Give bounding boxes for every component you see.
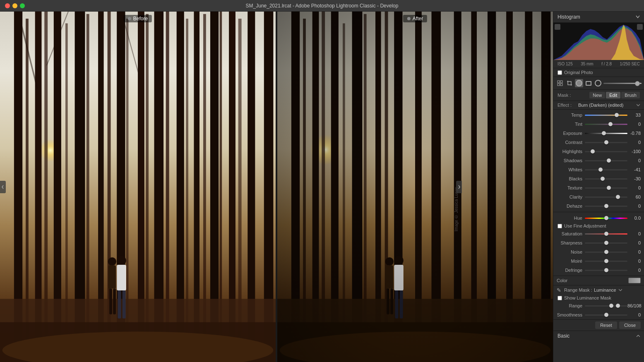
original-photo-checkbox[interactable] — [557, 70, 562, 75]
show-luminance-label: Show Luminance Mask — [564, 295, 611, 300]
histogram-shadow-clipping[interactable] — [555, 24, 560, 30]
show-luminance-checkbox[interactable] — [557, 296, 562, 300]
contrast-track-container[interactable] — [585, 139, 627, 145]
tint-slider-row: Tint 0 — [553, 120, 644, 129]
show-luminance-mask-row: Show Luminance Mask — [553, 295, 644, 301]
clarity-track-container[interactable] — [585, 194, 627, 200]
smoothness-track-container[interactable] — [585, 312, 627, 318]
range-mask-value[interactable]: Luminance — [594, 288, 616, 292]
exposure-track-container[interactable] — [585, 130, 627, 136]
moire-track-container[interactable] — [585, 258, 627, 264]
exposure-thumb[interactable] — [602, 131, 606, 135]
texture-thumb[interactable] — [607, 186, 611, 190]
exposure-slider-row: Exposure -0.78 — [553, 129, 644, 138]
reset-button[interactable]: Reset — [595, 321, 617, 329]
fine-adjustment-checkbox[interactable] — [557, 224, 562, 228]
adjustment-tool-icon[interactable] — [603, 79, 642, 87]
noise-thumb[interactable] — [604, 250, 608, 254]
sharpness-track-container[interactable] — [585, 240, 627, 246]
clarity-thumb[interactable] — [616, 195, 620, 199]
moire-slider-row: Moiré 0 — [553, 257, 644, 266]
range-thumb-left[interactable] — [609, 304, 613, 308]
maximize-button[interactable] — [20, 3, 25, 8]
minimize-button[interactable] — [12, 3, 17, 8]
contrast-slider-row: Contrast 0 — [553, 138, 644, 147]
blacks-thumb[interactable] — [601, 177, 605, 181]
grid-tool-icon[interactable] — [556, 79, 564, 87]
svg-rect-38 — [123, 290, 126, 319]
highlights-value: -100 — [627, 149, 641, 154]
noise-track — [585, 252, 627, 253]
texture-track-container[interactable] — [585, 185, 627, 191]
eyedropper-icon[interactable]: ✎ — [557, 287, 562, 293]
blacks-track-container[interactable] — [585, 176, 627, 182]
highlights-track-container[interactable] — [585, 149, 627, 154]
radial-tool-icon[interactable] — [575, 79, 583, 87]
noise-track-container[interactable] — [585, 249, 627, 255]
contrast-label: Contrast — [557, 140, 585, 145]
sharpness-thumb[interactable] — [604, 241, 608, 245]
mask-label: Mask : — [557, 93, 571, 98]
moire-thumb[interactable] — [604, 259, 608, 263]
temp-track — [585, 115, 627, 116]
svg-rect-76 — [557, 81, 560, 83]
hue-thumb[interactable] — [604, 216, 608, 220]
range-value: 86/108 — [627, 303, 641, 308]
basic-section-header[interactable]: Basic — [553, 331, 644, 341]
saturation-track-container[interactable] — [585, 231, 627, 237]
rect-tool-icon[interactable] — [584, 79, 593, 87]
range-track-container[interactable] — [585, 303, 627, 309]
smoothness-slider-row: Smoothness 0 — [553, 310, 644, 319]
right-panel-toggle[interactable] — [456, 181, 462, 193]
dehaze-track — [585, 206, 627, 207]
range-thumb-right[interactable] — [616, 304, 620, 308]
original-photo-row: Original Photo — [553, 68, 644, 77]
defringe-thumb[interactable] — [604, 268, 608, 272]
left-panel-toggle[interactable] — [0, 181, 6, 193]
shadows-track-container[interactable] — [585, 158, 627, 163]
texture-slider-row: Texture 0 — [553, 183, 644, 192]
saturation-track — [585, 233, 627, 235]
smoothness-thumb[interactable] — [604, 313, 608, 317]
saturation-thumb[interactable] — [604, 232, 608, 236]
circle-outline-tool-icon[interactable] — [594, 79, 602, 87]
tint-track-container[interactable] — [585, 121, 627, 127]
histogram-header[interactable]: Histogram — [553, 12, 644, 23]
close-button-sidebar[interactable]: Close — [619, 321, 641, 329]
range-mask-row: ✎ Range Mask : Luminance — [553, 285, 644, 295]
fine-adjustment-row: Use Fine Adjustment — [553, 223, 644, 229]
hue-track-container[interactable] — [585, 215, 627, 221]
range-mask-dropdown-icon — [619, 289, 622, 291]
crop-tool-icon[interactable] — [565, 79, 574, 87]
whites-thumb[interactable] — [598, 168, 603, 172]
dehaze-track-container[interactable] — [585, 203, 627, 209]
close-button[interactable] — [5, 3, 10, 8]
mask-new-button[interactable]: New — [589, 92, 605, 98]
defringe-track-container[interactable] — [585, 267, 627, 273]
titlebar: SM_June_2021.lrcat - Adobe Photoshop Lig… — [0, 0, 644, 12]
shadows-slider-row: Shadows 0 — [553, 156, 644, 165]
mask-edit-button[interactable]: Edit — [606, 92, 620, 98]
svg-rect-33 — [109, 289, 112, 314]
temp-thumb[interactable] — [615, 113, 619, 117]
mask-brush-button[interactable]: Brush — [621, 92, 640, 98]
tint-thumb[interactable] — [608, 122, 613, 126]
shadows-value: 0 — [627, 158, 641, 163]
svg-point-1 — [32, 119, 107, 194]
tint-label: Tint — [557, 122, 585, 127]
before-panel: Before — [0, 12, 276, 362]
defringe-label: Defringe — [557, 268, 585, 273]
texture-label: Texture — [557, 185, 585, 190]
contrast-thumb[interactable] — [604, 140, 608, 144]
histogram-highlight-clipping[interactable] — [637, 24, 643, 30]
highlights-thumb[interactable] — [591, 149, 595, 153]
effect-value-container[interactable]: Burn (Darken) (edited) — [578, 103, 640, 108]
sharpness-value: 0 — [627, 240, 641, 245]
svg-rect-36 — [117, 265, 126, 290]
whites-track-container[interactable] — [585, 167, 627, 173]
color-swatch[interactable] — [628, 278, 641, 283]
meta-row: ISO 125 35 mm f / 2.8 1/250 SEC — [553, 60, 644, 68]
dehaze-thumb[interactable] — [604, 204, 608, 208]
temp-track-container[interactable] — [585, 112, 627, 118]
shadows-thumb[interactable] — [607, 158, 611, 163]
